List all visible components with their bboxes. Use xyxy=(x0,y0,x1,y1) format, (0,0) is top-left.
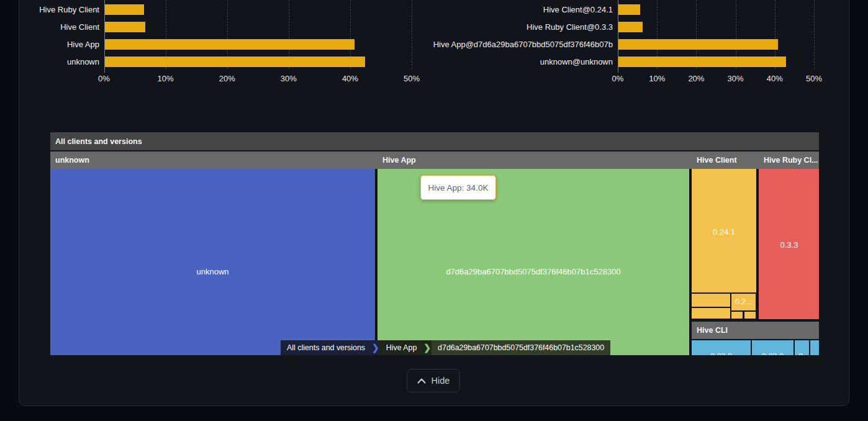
treemap-cell-hive-client-minor-label: 0.2... xyxy=(731,297,756,307)
chart-client-versions-tick-label: 0% xyxy=(600,74,635,83)
chevron-right-icon: ❯ xyxy=(423,340,432,355)
chart-client-versions-category-label: Hive App@d7d6a29ba6707bbd5075df376f46b07… xyxy=(408,39,613,50)
breadcrumb-item[interactable]: Hive App xyxy=(380,340,423,355)
treemap-cell-hive-client-minor[interactable] xyxy=(731,312,743,319)
breadcrumb-item[interactable]: d7d6a29ba6707bbd5075df376f46b07b1c528300 xyxy=(432,340,610,355)
chart-clients-tick-label: 40% xyxy=(333,74,368,83)
chevron-up-icon xyxy=(417,378,426,384)
treemap-cell-hive-cli-version[interactable] xyxy=(810,340,819,355)
treemap-cell-hive-client-0-24-1-label: 0.24.1 xyxy=(692,227,756,237)
chart-clients-category-label: Hive Ruby Client xyxy=(0,4,99,15)
tooltip: Hive App: 34.0K xyxy=(420,175,496,200)
treemap-all-clients-and-versions: All clients and versionsunknownunknownHi… xyxy=(50,132,819,355)
treemap-header-hive-ruby-client[interactable]: Hive Ruby Cl... xyxy=(759,152,819,169)
treemap-cell-unknown-label: unknown xyxy=(50,266,375,277)
chart-clients-bar[interactable] xyxy=(105,4,144,15)
chart-clients-bar[interactable] xyxy=(105,57,365,67)
treemap-title-bar[interactable]: All clients and versions xyxy=(50,132,819,150)
treemap-cell-hive-client-minor[interactable] xyxy=(744,312,756,319)
treemap-cell-hive-cli-version-label: 0. xyxy=(795,351,809,355)
bar-charts-row: 0%10%20%30%40%50%Hive Ruby ClientHive Cl… xyxy=(0,0,868,90)
hide-button-label: Hide xyxy=(432,376,450,386)
chart-clients-tick-label: 0% xyxy=(87,74,122,83)
chart-client-versions-bar[interactable] xyxy=(618,4,640,15)
treemap-cell-hive-client-minor[interactable] xyxy=(692,308,730,319)
chart-clients-bar[interactable] xyxy=(105,39,355,50)
chart-client-versions-bar[interactable] xyxy=(618,22,643,32)
chart-client-versions-tick-label: 40% xyxy=(757,74,792,83)
chart-client-versions-bar[interactable] xyxy=(618,39,778,50)
treemap-header-hive-client[interactable]: Hive Client xyxy=(692,152,761,169)
chart-client-versions-category-label: unknown@unknown xyxy=(408,57,613,67)
treemap-header-hive-cli[interactable]: Hive CLI xyxy=(692,322,819,339)
chart-clients-tick-label: 10% xyxy=(148,74,183,83)
chart-client-versions-tick-label: 10% xyxy=(640,74,674,83)
chart-clients-category-label: Hive App xyxy=(0,39,99,50)
chart-client-versions-tick-label: 30% xyxy=(718,74,753,83)
treemap-cell-hive-ruby-0-3-3-label: 0.3.3 xyxy=(759,240,819,250)
chart-client-versions-tick-label: 20% xyxy=(679,74,713,83)
breadcrumb: All clients and versions❯Hive App❯d7d6a2… xyxy=(281,340,610,355)
chart-client-versions-gridline xyxy=(814,0,815,69)
chart-clients-tick-label: 20% xyxy=(210,74,245,83)
chart-client-versions-bar[interactable] xyxy=(618,57,786,67)
chevron-right-icon: ❯ xyxy=(371,340,380,355)
chart-client-versions-category-label: Hive Client@0.24.1 xyxy=(408,4,613,15)
chart-clients-category-label: Hive Client xyxy=(0,22,99,32)
treemap-cell-hive-cli-version-label: 0.23.0 xyxy=(692,351,751,355)
treemap-header-unknown[interactable]: unknown xyxy=(50,152,380,169)
hide-button[interactable]: Hide xyxy=(407,369,460,392)
chart-clients-tick-label: 50% xyxy=(394,74,429,83)
treemap-cell-hive-app-version-label: d7d6a29ba6707bbd5075df376f46b07b1c528300 xyxy=(377,266,689,277)
treemap-cell-hive-cli-version-label: 0.23.0 xyxy=(752,351,793,355)
client-stats-page: 0%10%20%30%40%50%Hive Ruby ClientHive Cl… xyxy=(0,0,868,421)
chart-client-versions-category-label: Hive Ruby Client@0.3.3 xyxy=(408,22,613,32)
breadcrumb-item[interactable]: All clients and versions xyxy=(281,340,371,355)
chart-clients-category-label: unknown xyxy=(0,57,99,67)
treemap-header-hive-app[interactable]: Hive App xyxy=(377,152,694,169)
treemap-cell-hive-client-minor[interactable] xyxy=(692,294,730,307)
treemap-cell-unknown[interactable] xyxy=(50,169,375,355)
chart-clients-tick-label: 30% xyxy=(271,74,306,83)
chart-clients-bar[interactable] xyxy=(105,22,145,32)
chart-client-versions-tick-label: 50% xyxy=(797,74,831,83)
